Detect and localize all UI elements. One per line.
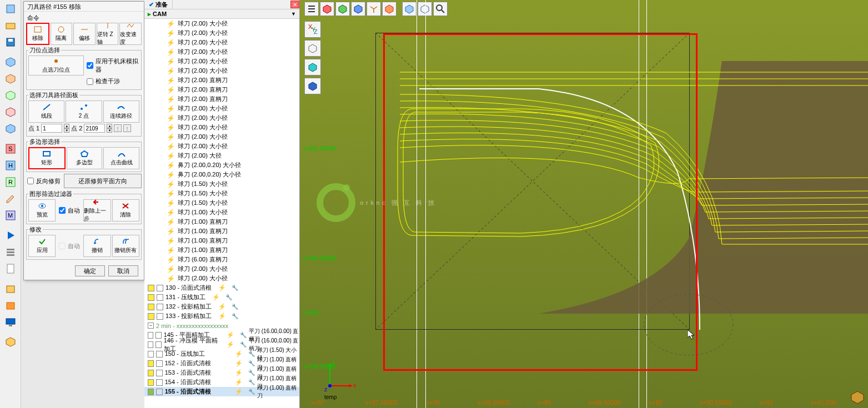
point2-spinner[interactable]: ▲▼: [107, 124, 112, 133]
tree-tool-row[interactable]: ⚡球刀 (1.50) 大小径: [144, 189, 299, 198]
tool-cube3-icon[interactable]: [1, 88, 21, 103]
row-color-sq[interactable]: [155, 332, 161, 339]
tree-op-row[interactable]: 155 - 沿面式清根⚡🔧球刀 (1.00) 直柄刀: [144, 387, 299, 396]
tree-tool-row[interactable]: ⚡球刀 (1.00) 直柄刀: [144, 236, 299, 245]
offset-button[interactable]: 偏移: [73, 23, 96, 45]
tree-tool-row[interactable]: ⚡球刀 (2.00) 大小径: [144, 142, 299, 151]
delete-last-step-button[interactable]: 删除上一步: [83, 199, 111, 221]
pick-toolpos-button[interactable]: 点选刀位点: [28, 56, 84, 75]
tree-tool-row[interactable]: ⚡球刀 (2.00) 大小径: [144, 38, 299, 47]
tree-tool-row[interactable]: ⚡球刀 (2.00) 直柄刀: [144, 75, 299, 85]
viewport[interactable]: XYZ: [300, 0, 868, 408]
tree-tool-row[interactable]: ⚡球刀 (2.00) 直柄刀: [144, 94, 299, 104]
tree-tool-row[interactable]: ⚡球刀 (1.50) 大小径: [144, 198, 299, 208]
row-color-sq[interactable]: [157, 294, 163, 301]
check-interference-checkbox[interactable]: [87, 78, 93, 85]
change-speed-button[interactable]: 改变速度: [119, 23, 142, 45]
row-color-sq[interactable]: [157, 313, 163, 320]
point2-input[interactable]: [84, 124, 105, 133]
tool-report-icon[interactable]: [1, 261, 21, 276]
tree-tool-row[interactable]: ⚡球刀 (2.00) 大小径: [144, 104, 299, 113]
tool-list-icon[interactable]: [1, 244, 21, 260]
row-color-sq[interactable]: [156, 370, 162, 376]
tree-tool-row[interactable]: ⚡球刀 (2.00) 直柄刀: [144, 85, 299, 94]
row-checkbox[interactable]: [148, 313, 154, 320]
row-color-sq[interactable]: [156, 389, 162, 395]
row-checkbox[interactable]: [148, 351, 154, 357]
row-color-sq[interactable]: [157, 304, 163, 310]
auto-checkbox[interactable]: [59, 207, 66, 214]
row-checkbox[interactable]: [148, 332, 153, 339]
tool-cube4-icon[interactable]: [1, 104, 21, 120]
undo-button[interactable]: 撤销: [83, 235, 111, 257]
tree-tool-row[interactable]: ⚡球刀 (2.00) 大小径: [144, 57, 299, 66]
row-checkbox[interactable]: [148, 360, 154, 367]
tool-cube1-icon[interactable]: [1, 54, 21, 70]
reverse-z-button[interactable]: 逆转 Z 轴: [97, 23, 119, 45]
isolate-button[interactable]: 隔离: [51, 23, 73, 45]
apply-sim-checkbox[interactable]: [87, 62, 93, 69]
row-color-sq[interactable]: [157, 285, 163, 291]
click-curve-button[interactable]: 点击曲线: [103, 147, 139, 169]
tree-tool-row[interactable]: ⚡球刀 (2.00) 大小径: [144, 274, 299, 283]
continuous-path-button[interactable]: 连续路径: [103, 100, 139, 123]
tree-tool-row[interactable]: ⚡球刀 (2.00) 大小径: [144, 113, 299, 123]
segment-button[interactable]: 线段: [28, 100, 64, 123]
tree-tool-row[interactable]: ⚡球刀 (2.00) 大小径: [144, 28, 299, 38]
point1-spinner[interactable]: ▲▼: [64, 124, 69, 133]
two-points-button[interactable]: 2 点: [66, 100, 102, 123]
tree-op-row[interactable]: 133 - 投影精加工⚡🔧: [144, 311, 299, 321]
close-icon[interactable]: ✕: [290, 1, 299, 8]
cam-label[interactable]: ▸ CAM: [148, 11, 167, 18]
row-checkbox[interactable]: [148, 341, 153, 348]
row-color-sq[interactable]: [155, 341, 161, 348]
mini-btn-1[interactable]: ⋮: [114, 124, 122, 132]
row-color-sq[interactable]: [156, 379, 162, 386]
tool-monitor-icon[interactable]: [1, 314, 21, 330]
prepare-tab[interactable]: ✔准备: [144, 0, 173, 9]
tool-pencil-icon[interactable]: [1, 191, 21, 206]
tree-op-row[interactable]: 131 - 压线加工⚡🔧: [144, 293, 299, 302]
tree-tool-row[interactable]: ⚡球刀 (1.00) 直柄刀: [144, 245, 299, 255]
tree-tool-row[interactable]: ⚡球刀 (6.00) 直柄刀: [144, 255, 299, 264]
tool-cube5-icon[interactable]: [1, 121, 21, 137]
tree-tool-row[interactable]: ⚡球刀 (1.00) 直柄刀: [144, 226, 299, 236]
apply-button[interactable]: 应用: [28, 235, 56, 257]
row-checkbox[interactable]: [148, 285, 154, 291]
tool-new-icon[interactable]: [1, 1, 21, 17]
tree-tool-row[interactable]: ⚡球刀 (2.00) 大小径: [144, 19, 299, 28]
corner-cube-icon[interactable]: [850, 390, 865, 405]
tree-tool-row[interactable]: ⚡球刀 (2.00) 大小径: [144, 123, 299, 132]
tree-tool-row[interactable]: ⚡球刀 (2.00) 大径: [144, 151, 299, 160]
tool-save-icon[interactable]: [1, 34, 21, 50]
mini-btn-2[interactable]: ⋮: [123, 124, 131, 132]
row-checkbox[interactable]: [148, 379, 154, 386]
tree-tool-row[interactable]: ⚡球刀 (1.00) 直柄刀: [144, 217, 299, 226]
tree-tool-row[interactable]: ⚡鼻刀 (2.00,0.20) 大小径: [144, 170, 299, 179]
axis-gizmo[interactable]: x y z: [324, 358, 358, 391]
tool-r-icon[interactable]: R: [1, 174, 21, 190]
preview-button[interactable]: 预览: [28, 199, 56, 221]
collapse-icon[interactable]: −: [148, 323, 154, 329]
restore-plane-button[interactable]: 还原修剪平面方向: [64, 174, 142, 188]
tree-op-row[interactable]: 130 - 沿面式清根⚡🔧: [144, 283, 299, 293]
row-checkbox[interactable]: [148, 304, 154, 310]
row-color-sq[interactable]: [156, 360, 162, 367]
tool-cube2-icon[interactable]: [1, 71, 21, 87]
tool-box-yellow-icon[interactable]: [1, 281, 21, 296]
tree-tool-row[interactable]: ⚡球刀 (1.50) 大小径: [144, 179, 299, 189]
row-checkbox[interactable]: [148, 370, 154, 376]
tree-op-row[interactable]: 132 - 投影精加工⚡🔧: [144, 302, 299, 311]
tree-tool-row[interactable]: ⚡鼻刀 (2.00,0.20) 大小径: [144, 160, 299, 170]
tool-box-orange-icon[interactable]: [1, 298, 21, 313]
collapse-icon[interactable]: ▼: [291, 11, 296, 17]
point1-input[interactable]: [41, 124, 62, 133]
undo-all-button[interactable]: 撤销所有: [112, 235, 139, 257]
row-color-sq[interactable]: [156, 351, 162, 357]
tool-h-icon[interactable]: H: [1, 158, 21, 173]
tree-tool-row[interactable]: ⚡球刀 (2.00) 大小径: [144, 47, 299, 57]
tool-s-icon[interactable]: S: [1, 141, 21, 157]
row-checkbox[interactable]: [148, 294, 154, 301]
remove-button[interactable]: 移除: [26, 23, 49, 45]
tool-open-icon[interactable]: [1, 18, 21, 33]
